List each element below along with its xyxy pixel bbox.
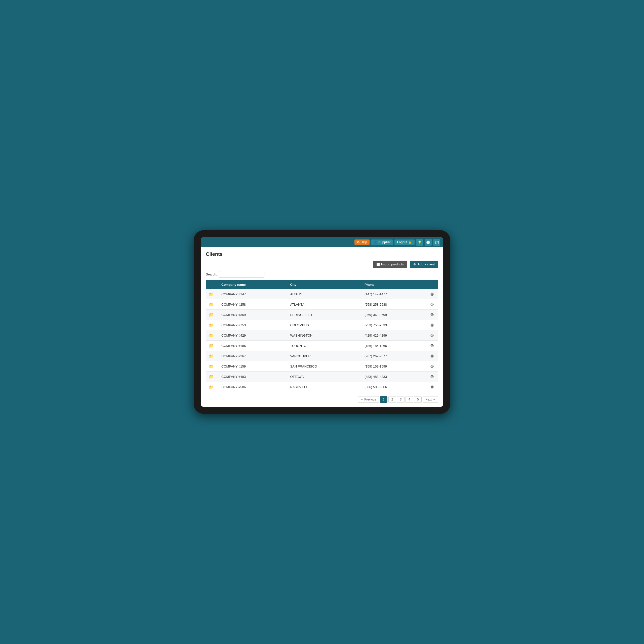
- table-row: 📁COMPANY #429WASHINGTON(429) 429-4299⊗: [206, 330, 438, 341]
- delete-icon[interactable]: ⊗: [429, 343, 435, 348]
- delete-icon[interactable]: ⊗: [429, 322, 435, 328]
- supplier-button[interactable]: 👤 Supplier: [371, 239, 393, 245]
- delete-icon[interactable]: ⊗: [429, 384, 435, 390]
- company-name-cell: COMPANY #258: [218, 299, 287, 310]
- add-icon: ⊕: [413, 262, 416, 266]
- top-navigation: ⊙ Help 👤 Supplier Logout 🔒 💡 🕐 EN: [201, 237, 443, 247]
- pagination: ← Previous 1 2 3 4 5 Next →: [206, 396, 438, 403]
- next-button[interactable]: Next →: [423, 396, 438, 403]
- phone-cell: (186) 186-1866: [361, 341, 426, 351]
- device-frame: ⊙ Help 👤 Supplier Logout 🔒 💡 🕐 EN: [194, 230, 450, 414]
- folder-icon[interactable]: 📁: [209, 292, 214, 296]
- folder-icon[interactable]: 📁: [209, 354, 214, 358]
- import-products-button[interactable]: Import products: [373, 261, 407, 268]
- bulb-button[interactable]: 💡: [416, 239, 423, 246]
- company-name-cell: COMPANY #267: [218, 351, 287, 361]
- phone-cell: (369) 369-3699: [361, 310, 426, 320]
- previous-button[interactable]: ← Previous: [358, 396, 379, 403]
- delete-icon[interactable]: ⊗: [429, 312, 435, 317]
- col-header-phone: Phone: [361, 280, 426, 289]
- phone-cell: (506) 506-5066: [361, 382, 426, 392]
- folder-icon[interactable]: 📁: [209, 375, 214, 379]
- bulb-icon: 💡: [418, 240, 422, 244]
- city-cell: WASHINGTON: [287, 330, 361, 341]
- city-cell: COLOMBUS: [287, 320, 361, 330]
- lock-icon: 🔒: [408, 240, 412, 244]
- city-cell: NASHVILLE: [287, 382, 361, 392]
- add-client-button[interactable]: ⊕ Add a client: [410, 261, 438, 268]
- table-row: 📁COMPANY #147AUSTIN(147) 147-1477⊗: [206, 289, 438, 299]
- company-name-cell: COMPANY #429: [218, 330, 287, 341]
- table-row: 📁COMPANY #267VANCOUVER(267) 267-2677⊗: [206, 351, 438, 361]
- help-button[interactable]: ⊙ Help: [354, 239, 370, 245]
- search-input[interactable]: [219, 271, 264, 278]
- city-cell: TORONTO: [287, 341, 361, 351]
- company-name-cell: COMPANY #753: [218, 320, 287, 330]
- logout-button[interactable]: Logout 🔒: [394, 239, 415, 245]
- company-name-cell: COMPANY #147: [218, 289, 287, 299]
- phone-cell: (429) 429-4299: [361, 330, 426, 341]
- help-label: Help: [360, 240, 367, 244]
- clock-button[interactable]: 🕐: [425, 239, 432, 246]
- city-cell: OTTAWA: [287, 372, 361, 382]
- col-header-folder: [206, 280, 218, 289]
- col-header-actions: [426, 280, 438, 289]
- page-4-button[interactable]: 4: [406, 396, 413, 403]
- device-screen: ⊙ Help 👤 Supplier Logout 🔒 💡 🕐 EN: [201, 237, 443, 407]
- search-row: Search:: [206, 271, 438, 278]
- folder-icon[interactable]: 📁: [209, 385, 214, 389]
- phone-cell: (159) 159-1599: [361, 361, 426, 372]
- folder-icon[interactable]: 📁: [209, 344, 214, 348]
- folder-icon[interactable]: 📁: [209, 313, 214, 317]
- folder-icon[interactable]: 📁: [209, 302, 214, 307]
- delete-icon[interactable]: ⊗: [429, 364, 435, 369]
- col-header-company: Company name: [218, 280, 287, 289]
- clock-icon: 🕐: [426, 240, 430, 244]
- table-row: 📁COMPANY #753COLOMBUS(753) 753-7533⊗: [206, 320, 438, 330]
- table-header-row: Company name City Phone: [206, 280, 438, 289]
- company-name-cell: COMPANY #369: [218, 310, 287, 320]
- language-label: EN: [434, 240, 439, 244]
- phone-cell: (753) 753-7533: [361, 320, 426, 330]
- city-cell: ATLANTA: [287, 299, 361, 310]
- delete-icon[interactable]: ⊗: [429, 353, 435, 359]
- city-cell: SPRINGFIELD: [287, 310, 361, 320]
- page-2-button[interactable]: 2: [388, 396, 396, 403]
- table-row: 📁COMPANY #506NASHVILLE(506) 506-5066⊗: [206, 382, 438, 392]
- clients-table: Company name City Phone 📁COMPANY #147AUS…: [206, 280, 438, 392]
- phone-cell: (267) 267-2677: [361, 351, 426, 361]
- language-button[interactable]: EN: [433, 239, 440, 246]
- delete-icon[interactable]: ⊗: [429, 291, 435, 297]
- company-name-cell: COMPANY #483: [218, 372, 287, 382]
- import-btn-label: Import products: [381, 262, 404, 266]
- folder-icon[interactable]: 📁: [209, 323, 214, 327]
- table-row: 📁COMPANY #159SAN FRANCISCO(159) 159-1599…: [206, 361, 438, 372]
- supplier-icon: 👤: [374, 240, 377, 244]
- supplier-label: Supplier: [378, 240, 390, 244]
- add-client-label: Add a client: [418, 262, 435, 266]
- page-1-button[interactable]: 1: [380, 396, 387, 403]
- phone-cell: (483) 483-4833: [361, 372, 426, 382]
- table-row: 📁COMPANY #258ATLANTA(258) 258-2588⊗: [206, 299, 438, 310]
- folder-icon[interactable]: 📁: [209, 333, 214, 338]
- folder-icon[interactable]: 📁: [209, 364, 214, 369]
- logout-label: Logout: [397, 240, 407, 244]
- page-title: Clients: [206, 251, 438, 257]
- table-row: 📁COMPANY #186TORONTO(186) 186-1866⊗: [206, 341, 438, 351]
- import-icon: [377, 263, 380, 266]
- company-name-cell: COMPANY #506: [218, 382, 287, 392]
- table-row: 📁COMPANY #483OTTAWA(483) 483-4833⊗: [206, 372, 438, 382]
- delete-icon[interactable]: ⊗: [429, 374, 435, 379]
- main-content: Clients Import products ⊕ Add a client S…: [201, 247, 443, 407]
- company-name-cell: COMPANY #159: [218, 361, 287, 372]
- page-3-button[interactable]: 3: [397, 396, 405, 403]
- help-icon: ⊙: [357, 240, 359, 244]
- company-name-cell: COMPANY #186: [218, 341, 287, 351]
- delete-icon[interactable]: ⊗: [429, 302, 435, 307]
- city-cell: VANCOUVER: [287, 351, 361, 361]
- table-row: 📁COMPANY #369SPRINGFIELD(369) 369-3699⊗: [206, 310, 438, 320]
- phone-cell: (147) 147-1477: [361, 289, 426, 299]
- delete-icon[interactable]: ⊗: [429, 333, 435, 338]
- col-header-city: City: [287, 280, 361, 289]
- page-5-button[interactable]: 5: [414, 396, 422, 403]
